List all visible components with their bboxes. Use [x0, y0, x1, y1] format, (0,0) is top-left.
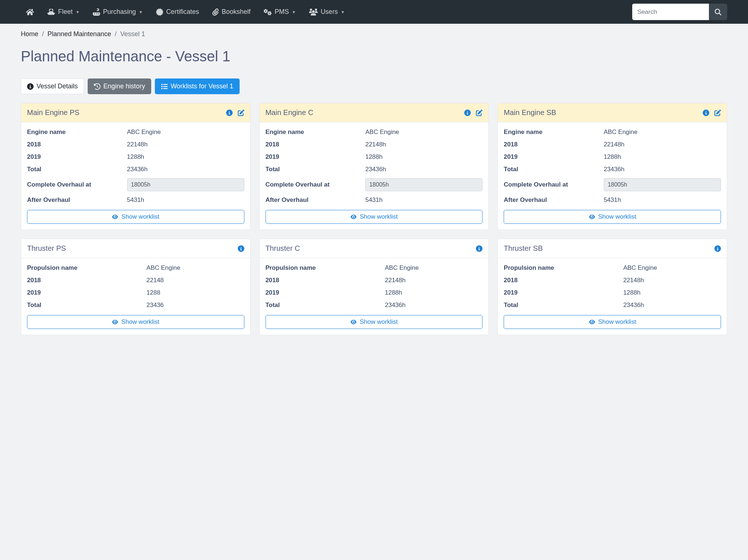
label-2019: 2019: [504, 153, 604, 161]
search-icon: [715, 9, 721, 15]
search-button[interactable]: [709, 4, 727, 20]
nav-purchasing[interactable]: Purchasing ▼: [88, 5, 148, 19]
engine-card: Main Engine SB Engine nameABC Engine 201…: [497, 103, 727, 230]
show-worklist-button[interactable]: Show worklist: [504, 210, 721, 224]
overhaul-at-input[interactable]: [604, 178, 721, 191]
show-worklist-button[interactable]: Show worklist: [27, 210, 244, 224]
label-2019: 2019: [27, 289, 146, 296]
tab-vessel-details[interactable]: Vessel Details: [21, 78, 84, 94]
tab-label: Engine history: [103, 83, 145, 90]
nav-left: Fleet ▼ Purchasing ▼ Certificates Booksh…: [21, 5, 350, 19]
eye-icon: [589, 319, 595, 325]
card-title: Thruster C: [266, 244, 300, 253]
label-2018: 2018: [504, 141, 604, 148]
nav-bookshelf[interactable]: Bookshelf: [207, 5, 256, 19]
show-worklist-label: Show worklist: [121, 318, 159, 326]
show-worklist-label: Show worklist: [360, 213, 398, 220]
breadcrumb: Home / Planned Maintenance / Vessel 1: [21, 30, 727, 38]
value-2019: 1288h: [604, 153, 721, 161]
label-propulsion-name: Propulsion name: [27, 264, 146, 272]
card-title: Main Engine C: [266, 108, 313, 117]
label-2018: 2018: [27, 277, 146, 284]
card-body: Engine nameABC Engine 201822148h 2019128…: [498, 122, 727, 230]
engine-grid: Main Engine PS Engine nameABC Engine 201…: [21, 103, 727, 230]
gears-icon: [264, 8, 272, 16]
show-worklist-label: Show worklist: [598, 213, 636, 220]
nav-pms-label: PMS: [275, 8, 289, 16]
edit-icon[interactable]: [714, 110, 721, 116]
info-icon[interactable]: [714, 245, 721, 252]
nav-users[interactable]: Users ▼: [304, 5, 350, 19]
info-icon[interactable]: [476, 245, 482, 252]
value-2019: 1288: [146, 289, 244, 296]
value-total: 23436h: [385, 302, 483, 309]
value-after-overhaul: 5431h: [127, 196, 244, 204]
label-2019: 2019: [266, 153, 366, 161]
label-propulsion-name: Propulsion name: [266, 264, 385, 272]
value-2019: 1288h: [385, 289, 483, 296]
info-icon[interactable]: [703, 110, 709, 116]
edit-icon[interactable]: [476, 110, 482, 116]
tab-worklists[interactable]: Worklists for Vessel 1: [155, 78, 240, 94]
search-group: [632, 4, 727, 20]
info-icon[interactable]: [226, 110, 233, 116]
eye-icon: [112, 214, 118, 219]
breadcrumb-planned-maintenance[interactable]: Planned Maintenance: [47, 30, 111, 38]
value-after-overhaul: 5431h: [604, 196, 721, 204]
show-worklist-button[interactable]: Show worklist: [266, 315, 483, 329]
label-2019: 2019: [266, 289, 385, 296]
label-overhaul-at: Complete Overhaul at: [27, 181, 127, 188]
show-worklist-button[interactable]: Show worklist: [266, 210, 483, 224]
users-icon: [309, 8, 318, 16]
caret-down-icon: ▼: [292, 10, 296, 14]
show-worklist-button[interactable]: Show worklist: [504, 315, 721, 329]
card-body: Propulsion nameABC Engine 201822148 2019…: [21, 258, 250, 335]
list-icon: [161, 83, 168, 90]
label-total: Total: [27, 166, 127, 173]
engine-card: Main Engine PS Engine nameABC Engine 201…: [21, 103, 251, 230]
nav-fleet[interactable]: Fleet ▼: [42, 5, 85, 19]
card-header: Thruster SB: [498, 239, 727, 258]
label-propulsion-name: Propulsion name: [504, 264, 623, 272]
label-total: Total: [266, 166, 366, 173]
value-2018: 22148h: [365, 141, 482, 148]
tab-label: Vessel Details: [37, 83, 78, 90]
search-input[interactable]: [632, 4, 709, 20]
tab-engine-history[interactable]: Engine history: [88, 78, 151, 94]
home-icon: [26, 8, 34, 16]
show-worklist-button[interactable]: Show worklist: [27, 315, 244, 329]
label-engine-name: Engine name: [27, 129, 127, 136]
caret-down-icon: ▼: [76, 10, 80, 14]
label-total: Total: [504, 302, 623, 309]
value-engine-name: ABC Engine: [604, 129, 721, 136]
nav-certificates[interactable]: Certificates: [151, 5, 204, 19]
nav-home[interactable]: [21, 5, 39, 19]
value-total: 23436h: [127, 166, 244, 173]
info-icon[interactable]: [464, 110, 471, 116]
nav-pms[interactable]: PMS ▼: [259, 5, 301, 19]
value-propulsion-name: ABC Engine: [385, 264, 483, 272]
nav-certificates-label: Certificates: [166, 8, 199, 16]
breadcrumb-home[interactable]: Home: [21, 30, 38, 38]
show-worklist-label: Show worklist: [121, 213, 159, 220]
label-2019: 2019: [27, 153, 127, 161]
card-title: Main Engine PS: [27, 108, 79, 117]
edit-icon[interactable]: [238, 110, 244, 116]
thruster-card: Thruster C Propulsion nameABC Engine 201…: [259, 239, 489, 335]
card-body: Engine nameABC Engine 201822148h 2019128…: [21, 122, 250, 230]
navbar: Fleet ▼ Purchasing ▼ Certificates Booksh…: [0, 0, 748, 24]
label-total: Total: [27, 302, 146, 309]
label-2018: 2018: [27, 141, 127, 148]
info-icon[interactable]: [238, 245, 244, 252]
value-2019: 1288h: [623, 289, 721, 296]
card-header: Main Engine C: [260, 103, 489, 122]
caret-down-icon: ▼: [139, 10, 143, 14]
overhaul-at-input[interactable]: [127, 178, 244, 191]
card-header: Main Engine SB: [498, 103, 727, 122]
value-engine-name: ABC Engine: [127, 129, 244, 136]
eye-icon: [350, 214, 357, 219]
nav-users-label: Users: [321, 8, 338, 16]
label-overhaul-at: Complete Overhaul at: [504, 181, 604, 188]
overhaul-at-input[interactable]: [365, 178, 482, 191]
eye-icon: [350, 319, 357, 325]
